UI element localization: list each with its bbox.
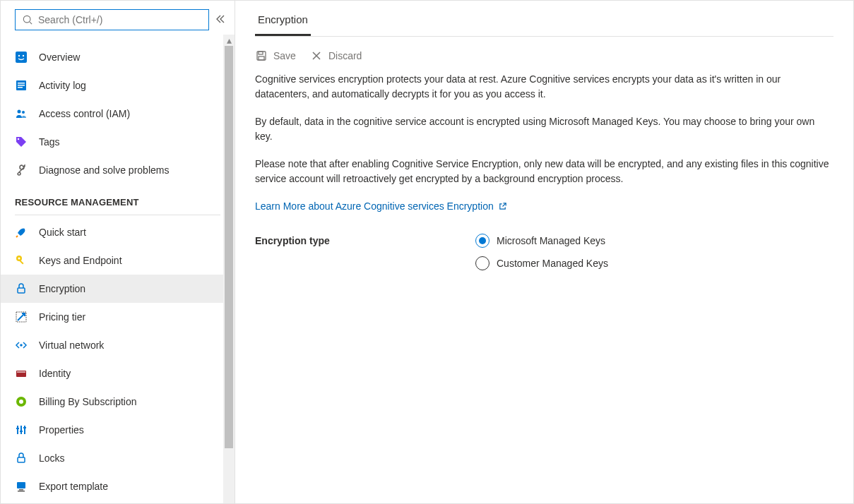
sidebar-item-label: Overview xyxy=(39,52,80,63)
svg-rect-2 xyxy=(16,52,27,63)
tags-icon xyxy=(15,136,28,148)
svg-point-11 xyxy=(18,138,19,140)
svg-rect-27 xyxy=(23,427,26,428)
radio-button-unchecked-icon xyxy=(475,256,490,270)
sidebar-item-label: Locks xyxy=(39,452,65,464)
sidebar-item-overview[interactable]: Overview xyxy=(1,43,235,71)
svg-rect-31 xyxy=(18,491,25,492)
sidebar-item-virtual-network[interactable]: Virtual network xyxy=(1,331,235,359)
svg-line-37 xyxy=(502,203,506,207)
tabs: Encryption xyxy=(255,5,834,37)
section-divider xyxy=(15,215,220,215)
sidebar-item-encryption[interactable]: Encryption xyxy=(1,275,235,303)
export-icon xyxy=(15,480,28,493)
search-icon xyxy=(23,15,32,25)
discard-icon xyxy=(310,49,323,62)
sidebar-item-label: Keys and Endpoint xyxy=(39,255,122,266)
scrollbar[interactable]: ▴ xyxy=(223,35,235,503)
toolbar: Save Discard xyxy=(255,37,834,72)
sidebar-item-diagnose[interactable]: Diagnose and solve problems xyxy=(1,156,235,184)
sidebar-item-label: Tags xyxy=(39,136,60,148)
overview-icon xyxy=(15,51,28,64)
radio-button-checked-icon xyxy=(475,234,490,248)
sidebar-item-identity[interactable]: Identity xyxy=(1,359,235,388)
svg-point-17 xyxy=(20,344,22,346)
section-header-resource-management: RESOURCE MANAGEMENT xyxy=(1,184,235,212)
content: Cognitive services encryption protects y… xyxy=(255,72,834,270)
sidebar-item-label: Export template xyxy=(39,481,108,492)
link-text: Learn More about Azure Cognitive service… xyxy=(255,199,494,214)
radio-customer-managed[interactable]: Customer Managed Keys xyxy=(475,256,608,270)
main-pane: Encryption Save Discard Cognitive servic… xyxy=(235,1,853,503)
nav-scroll: Overview Activity log Access control (IA… xyxy=(1,36,235,503)
sidebar-item-label: Identity xyxy=(39,368,71,379)
sidebar-item-quick-start[interactable]: Quick start xyxy=(1,218,235,246)
sidebar-item-locks[interactable]: Locks xyxy=(1,444,235,472)
paragraph-default: By default, data in the cognitive servic… xyxy=(255,114,834,144)
svg-rect-14 xyxy=(19,260,23,264)
rocket-icon xyxy=(15,226,28,239)
external-link-icon xyxy=(498,202,507,211)
svg-rect-7 xyxy=(18,85,25,86)
identity-icon xyxy=(15,367,28,380)
save-icon xyxy=(255,49,268,62)
search-row xyxy=(1,1,235,36)
wrench-icon xyxy=(15,164,28,176)
collapse-sidebar-button[interactable] xyxy=(215,13,226,27)
sidebar-item-label: Virtual network xyxy=(39,340,104,351)
sidebar-item-tags[interactable]: Tags xyxy=(1,128,235,156)
sidebar-item-pricing-tier[interactable]: Pricing tier xyxy=(1,303,235,331)
search-input[interactable] xyxy=(38,14,201,25)
sidebar-item-label: Quick start xyxy=(39,227,86,238)
scrollbar-up-arrow[interactable]: ▴ xyxy=(223,35,235,46)
svg-rect-30 xyxy=(19,489,23,491)
lock-icon xyxy=(15,282,28,295)
learn-more-link[interactable]: Learn More about Azure Cognitive service… xyxy=(255,199,507,214)
encryption-type-row: Encryption type Microsoft Managed Keys C… xyxy=(255,234,834,270)
svg-rect-8 xyxy=(18,87,23,88)
network-icon xyxy=(15,339,28,352)
save-button[interactable]: Save xyxy=(255,49,296,62)
svg-point-0 xyxy=(23,16,30,23)
scrollbar-thumb[interactable] xyxy=(225,46,233,448)
padlock-icon xyxy=(15,452,28,464)
sidebar-item-export-template[interactable]: Export template xyxy=(1,472,235,500)
svg-line-1 xyxy=(30,22,32,24)
search-box[interactable] xyxy=(15,9,209,30)
svg-rect-26 xyxy=(20,431,23,432)
svg-rect-29 xyxy=(17,482,25,488)
svg-rect-25 xyxy=(16,428,19,429)
svg-point-9 xyxy=(18,110,21,114)
svg-point-10 xyxy=(22,111,25,114)
radio-label: Microsoft Managed Keys xyxy=(497,235,605,246)
svg-rect-22 xyxy=(17,426,18,434)
sidebar-item-label: Activity log xyxy=(39,80,86,91)
sidebar-item-properties[interactable]: Properties xyxy=(1,416,235,444)
svg-point-13 xyxy=(18,258,20,260)
svg-rect-24 xyxy=(24,426,25,434)
sidebar-item-access-control[interactable]: Access control (IAM) xyxy=(1,100,235,128)
sidebar-item-keys-endpoint[interactable]: Keys and Endpoint xyxy=(1,246,235,275)
discard-label: Discard xyxy=(328,50,362,61)
discard-button[interactable]: Discard xyxy=(310,49,362,62)
sidebar-item-activity-log[interactable]: Activity log xyxy=(1,71,235,100)
svg-rect-19 xyxy=(17,371,25,373)
svg-point-3 xyxy=(18,55,20,56)
radio-label: Customer Managed Keys xyxy=(497,258,608,269)
svg-rect-23 xyxy=(20,426,22,434)
properties-icon xyxy=(15,424,28,436)
sidebar-item-billing[interactable]: Billing By Subscription xyxy=(1,388,235,416)
tab-encryption[interactable]: Encryption xyxy=(255,5,311,36)
sidebar: Overview Activity log Access control (IA… xyxy=(1,1,235,503)
sidebar-item-label: Billing By Subscription xyxy=(39,396,137,407)
svg-point-21 xyxy=(19,400,23,404)
svg-point-4 xyxy=(23,55,24,56)
encryption-type-label: Encryption type xyxy=(255,234,475,246)
svg-rect-34 xyxy=(259,56,264,60)
svg-rect-6 xyxy=(18,83,25,84)
radio-microsoft-managed[interactable]: Microsoft Managed Keys xyxy=(475,234,608,248)
sidebar-item-label: Access control (IAM) xyxy=(39,108,130,119)
encryption-type-group: Microsoft Managed Keys Customer Managed … xyxy=(475,234,608,270)
sidebar-item-label: Properties xyxy=(39,424,84,436)
svg-rect-15 xyxy=(18,288,25,293)
